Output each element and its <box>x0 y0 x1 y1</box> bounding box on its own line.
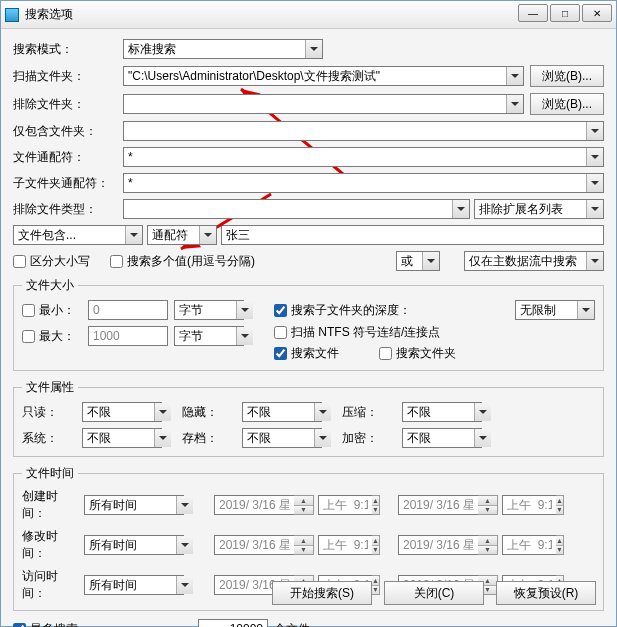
max-size-unit[interactable] <box>174 326 244 346</box>
search-folder-checkbox[interactable]: 搜索文件夹 <box>379 345 456 362</box>
compressed-label: 压缩： <box>342 404 392 421</box>
logic-select[interactable] <box>396 251 440 271</box>
created-date-to[interactable] <box>398 495 478 515</box>
modified-date-to[interactable] <box>398 535 478 555</box>
spinner-icon[interactable]: ▲▼ <box>478 535 498 555</box>
modified-range-select[interactable] <box>84 535 184 555</box>
depth-select[interactable] <box>515 300 595 320</box>
min-size-input[interactable] <box>88 300 168 320</box>
archive-select[interactable] <box>242 428 322 448</box>
exclude-folder-label: 排除文件夹： <box>13 96 123 113</box>
multi-value-checkbox[interactable]: 搜索多个值(用逗号分隔) <box>110 253 255 270</box>
close-window-button[interactable]: ✕ <box>582 4 612 22</box>
system-select[interactable] <box>82 428 162 448</box>
exclude-folder-input[interactable] <box>123 94 524 114</box>
max-search-input[interactable] <box>198 619 268 627</box>
spinner-icon[interactable]: ▲▼ <box>372 495 380 515</box>
encrypted-label: 加密： <box>342 430 392 447</box>
stream-select[interactable] <box>464 251 604 271</box>
include-only-input[interactable] <box>123 121 604 141</box>
depth-checkbox[interactable]: 搜索子文件夹的深度： <box>274 302 411 319</box>
case-sensitive-label: 区分大小写 <box>30 253 90 270</box>
filter-value-input[interactable] <box>221 225 604 245</box>
min-size-unit[interactable] <box>174 300 244 320</box>
accessed-range-select[interactable] <box>84 575 184 595</box>
max-search-checkbox[interactable]: 最多搜索 <box>13 621 78 628</box>
reset-button[interactable]: 恢复预设(R) <box>496 581 596 605</box>
maximize-button[interactable]: □ <box>550 4 580 22</box>
file-attr-legend: 文件属性 <box>22 379 78 396</box>
minimize-button[interactable]: — <box>518 4 548 22</box>
hidden-label: 隐藏： <box>182 404 232 421</box>
modified-label: 修改时间： <box>22 528 80 562</box>
exclude-ext-list-select[interactable] <box>474 199 604 219</box>
spinner-icon[interactable]: ▲▼ <box>294 535 314 555</box>
search-file-checkbox[interactable]: 搜索文件 <box>274 345 339 362</box>
close-button[interactable]: 关闭(C) <box>384 581 484 605</box>
file-wildcard-label: 文件通配符： <box>13 149 123 166</box>
created-range-select[interactable] <box>84 495 184 515</box>
search-mode-label: 搜索模式： <box>13 41 123 58</box>
encrypted-select[interactable] <box>402 428 482 448</box>
include-only-label: 仅包含文件夹： <box>13 123 123 140</box>
browse-exclude-button[interactable]: 浏览(B)... <box>530 93 604 115</box>
created-label: 创建时间： <box>22 488 80 522</box>
spinner-icon[interactable]: ▲▼ <box>556 535 564 555</box>
archive-label: 存档： <box>182 430 232 447</box>
readonly-select[interactable] <box>82 402 162 422</box>
max-size-input[interactable] <box>88 326 168 346</box>
start-search-button[interactable]: 开始搜索(S) <box>272 581 372 605</box>
file-size-fieldset: 文件大小 最小： 最大： 搜索子文件夹的深度： 扫描 NTFS <box>13 277 604 371</box>
spinner-icon[interactable]: ▲▼ <box>556 495 564 515</box>
ntfs-checkbox[interactable]: 扫描 NTFS 符号连结/连接点 <box>274 324 595 341</box>
created-time-to[interactable] <box>502 495 556 515</box>
file-wildcard-input[interactable] <box>123 147 604 167</box>
spinner-icon[interactable]: ▲▼ <box>294 495 314 515</box>
window-icon <box>5 8 19 22</box>
modified-time-from[interactable] <box>318 535 372 555</box>
modified-date-from[interactable] <box>214 535 294 555</box>
file-contains-select[interactable] <box>13 225 143 245</box>
system-label: 系统： <box>22 430 72 447</box>
file-size-legend: 文件大小 <box>22 277 78 294</box>
created-date-from[interactable] <box>214 495 294 515</box>
case-sensitive-checkbox[interactable]: 区分大小写 <box>13 253 90 270</box>
file-attr-fieldset: 文件属性 只读： 隐藏： 压缩： 系统： 存档： 加密： <box>13 379 604 457</box>
search-mode-select[interactable] <box>123 39 323 59</box>
spinner-icon[interactable]: ▲▼ <box>372 535 380 555</box>
compressed-select[interactable] <box>402 402 482 422</box>
modified-time-to[interactable] <box>502 535 556 555</box>
window-title: 搜索选项 <box>25 6 73 23</box>
hidden-select[interactable] <box>242 402 322 422</box>
created-time-from[interactable] <box>318 495 372 515</box>
max-size-checkbox[interactable]: 最大： <box>22 328 82 345</box>
title-bar: 搜索选项 — □ ✕ <box>1 1 616 29</box>
file-time-legend: 文件时间 <box>22 465 78 482</box>
scan-folder-input[interactable] <box>123 66 524 86</box>
spinner-icon[interactable]: ▲▼ <box>478 495 498 515</box>
browse-scan-button[interactable]: 浏览(B)... <box>530 65 604 87</box>
min-size-checkbox[interactable]: 最小： <box>22 302 82 319</box>
exclude-type-label: 排除文件类型： <box>13 201 123 218</box>
exclude-type-input[interactable] <box>123 199 470 219</box>
accessed-label: 访问时间： <box>22 568 80 602</box>
multi-value-label: 搜索多个值(用逗号分隔) <box>127 253 255 270</box>
filter-type-select[interactable] <box>147 225 217 245</box>
readonly-label: 只读： <box>22 404 72 421</box>
subfolder-wildcard-input[interactable] <box>123 173 604 193</box>
max-search-unit: 个文件 <box>274 621 310 628</box>
scan-folder-label: 扫描文件夹： <box>13 68 123 85</box>
subfolder-wildcard-label: 子文件夹通配符： <box>13 175 123 192</box>
